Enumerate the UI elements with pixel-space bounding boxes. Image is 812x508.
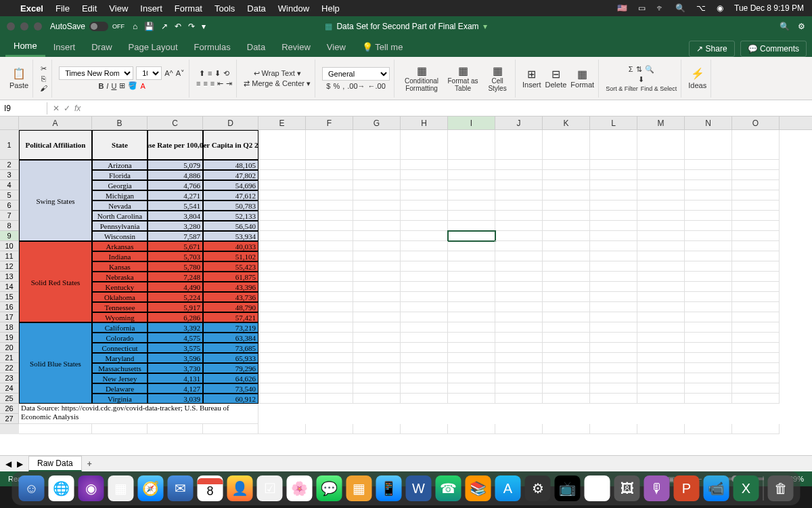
gdp-cell[interactable]: 61,875 (203, 272, 258, 282)
cell-E9[interactable] (258, 231, 306, 241)
cell-K11[interactable] (543, 251, 590, 261)
rate-cell[interactable]: 4,131 (148, 373, 203, 383)
cell-J14[interactable] (495, 282, 543, 292)
state-cell[interactable]: Colorado (92, 333, 148, 343)
rate-cell[interactable]: 7,587 (148, 231, 203, 241)
app-store-icon[interactable]: A (495, 475, 521, 501)
menu-view[interactable]: View (109, 3, 128, 14)
format-painter-icon[interactable]: 🖌 (40, 84, 47, 92)
select-all-corner[interactable] (0, 117, 19, 129)
row-header-13[interactable]: 13 (0, 272, 19, 282)
cell-G19[interactable] (353, 333, 401, 343)
gdp-cell[interactable]: 50,783 (203, 200, 258, 211)
cell-J24[interactable] (495, 383, 543, 394)
rate-cell[interactable]: 5,703 (148, 251, 203, 261)
state-cell[interactable]: Nebraska (92, 272, 148, 282)
cell-E7[interactable] (258, 211, 306, 221)
cell-N3[interactable] (685, 170, 732, 180)
col-header-I[interactable]: I (448, 117, 495, 129)
safari-icon[interactable]: 🧭 (138, 475, 164, 501)
cell-I22[interactable] (448, 363, 495, 373)
row-header-3[interactable]: 3 (0, 170, 19, 180)
cell-M7[interactable] (637, 211, 685, 221)
cell-F13[interactable] (306, 272, 353, 282)
row-header-20[interactable]: 20 (0, 343, 19, 353)
share-icon[interactable]: ↗ (161, 22, 168, 31)
state-cell[interactable]: Georgia (92, 180, 148, 190)
gdp-cell[interactable]: 56,540 (203, 221, 258, 231)
cell-E10[interactable] (258, 241, 306, 251)
titlebar-settings-icon[interactable]: ⚙ (798, 22, 805, 31)
launchpad-icon[interactable]: ▦ (108, 475, 134, 501)
cell-H13[interactable] (401, 272, 448, 282)
cell-M27[interactable] (637, 424, 685, 434)
gdp-cell[interactable]: 65,933 (203, 353, 258, 363)
cell-M22[interactable] (637, 363, 685, 373)
state-cell[interactable]: Kansas (92, 261, 148, 272)
col-header-D[interactable]: D (203, 117, 258, 129)
redo-icon[interactable]: ↷ (188, 22, 195, 31)
state-cell[interactable]: Connecticut (92, 343, 148, 353)
undo-icon[interactable]: ↶ (175, 22, 181, 31)
cell-H5[interactable] (401, 190, 448, 200)
cell-I13[interactable] (448, 272, 495, 282)
row-header-4[interactable]: 4 (0, 180, 19, 190)
row-header-21[interactable]: 21 (0, 353, 19, 363)
name-box[interactable]: I9 (0, 102, 47, 114)
cell-O24[interactable] (732, 383, 780, 394)
photos-icon[interactable]: 🌸 (287, 475, 313, 501)
cell-L2[interactable] (590, 160, 637, 170)
gdp-cell[interactable]: 64,626 (203, 373, 258, 383)
cell-K8[interactable] (543, 221, 590, 231)
cell-G27[interactable] (353, 424, 401, 434)
cell-K2[interactable] (543, 160, 590, 170)
cell-I19[interactable] (448, 333, 495, 343)
gdp-cell[interactable]: 57,421 (203, 312, 258, 322)
cell-C27[interactable] (148, 424, 203, 434)
cell-G16[interactable] (353, 302, 401, 312)
cell-M4[interactable] (637, 180, 685, 190)
cell-O25[interactable] (732, 394, 780, 404)
merge-center-button[interactable]: ⇄ Merge & Center ▾ (244, 79, 311, 88)
cell-G12[interactable] (353, 261, 401, 272)
cell-G5[interactable] (353, 190, 401, 200)
menu-help[interactable]: Help (321, 3, 340, 14)
cell-M20[interactable] (637, 343, 685, 353)
cell-I1[interactable] (448, 130, 495, 160)
cell-L18[interactable] (590, 322, 637, 333)
rate-cell[interactable]: 5,541 (148, 200, 203, 211)
gdp-cell[interactable]: 73,540 (203, 383, 258, 394)
col-header-F[interactable]: F (306, 117, 353, 129)
accept-formula-icon[interactable]: ✓ (64, 104, 70, 113)
cell-F12[interactable] (306, 261, 353, 272)
state-cell[interactable]: Arkansas (92, 241, 148, 251)
cell-I14[interactable] (448, 282, 495, 292)
search-workbook-icon[interactable]: 🔍 (780, 22, 790, 31)
cell-K5[interactable] (543, 190, 590, 200)
cell-M14[interactable] (637, 282, 685, 292)
cell-E8[interactable] (258, 221, 306, 231)
cell-J4[interactable] (495, 180, 543, 190)
header-cell-D[interactable]: GDP Per Capita in Q2 2020 ($) (203, 130, 258, 160)
cell-K1[interactable] (543, 130, 590, 160)
col-header-O[interactable]: O (732, 117, 780, 129)
number-format-select[interactable]: General (322, 67, 390, 81)
cell-J16[interactable] (495, 302, 543, 312)
fx-icon[interactable]: fx (74, 104, 81, 113)
siri-icon[interactable]: ◉ (717, 3, 723, 13)
cell-O10[interactable] (732, 241, 780, 251)
cell-L19[interactable] (590, 333, 637, 343)
clock[interactable]: Tue Dec 8 9:19 PM (734, 3, 804, 13)
state-cell[interactable]: New Jersey (92, 373, 148, 383)
cell-K21[interactable] (543, 353, 590, 363)
cell-F14[interactable] (306, 282, 353, 292)
header-cell-B[interactable]: State (92, 130, 148, 160)
align-middle-icon[interactable]: ≡ (208, 69, 212, 77)
cell-I7[interactable] (448, 211, 495, 221)
cell-N24[interactable] (685, 383, 732, 394)
cell-H7[interactable] (401, 211, 448, 221)
tab-draw[interactable]: Draw (83, 38, 120, 56)
cell-N5[interactable] (685, 190, 732, 200)
rate-cell[interactable]: 4,490 (148, 282, 203, 292)
tab-view[interactable]: View (319, 38, 354, 56)
